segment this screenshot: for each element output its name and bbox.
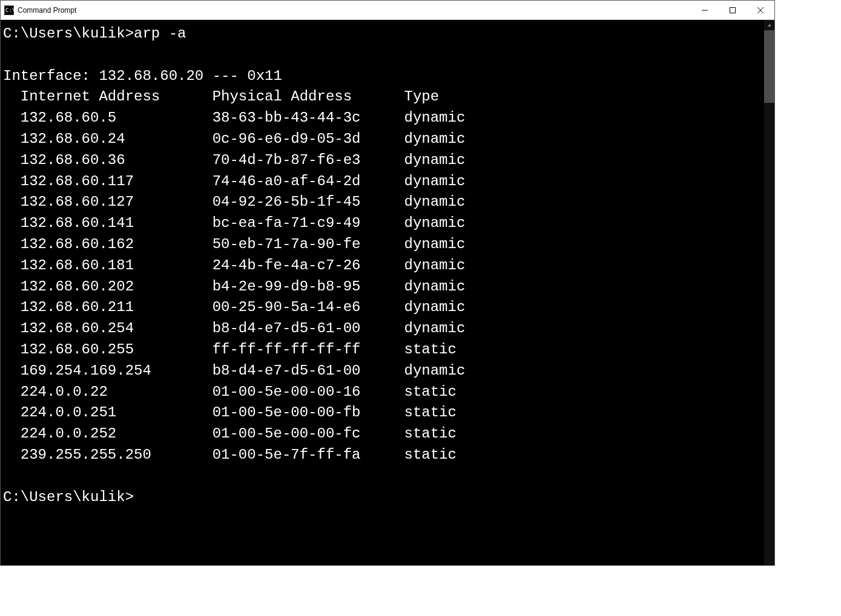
svg-rect-4	[730, 7, 736, 13]
svg-marker-7	[768, 24, 771, 27]
scrollbar[interactable]	[764, 20, 774, 565]
svg-text:C:\: C:\	[5, 7, 14, 13]
terminal-area: C:\Users\kulik>arp -a Interface: 132.68.…	[1, 20, 774, 565]
scroll-up-icon[interactable]	[764, 20, 774, 30]
terminal-output[interactable]: C:\Users\kulik>arp -a Interface: 132.68.…	[1, 20, 764, 565]
app-icon: C:\	[4, 5, 14, 15]
scroll-thumb[interactable]	[764, 30, 774, 103]
command-prompt-window: C:\ Command Prompt C:\Users\kulik>arp -a…	[0, 0, 775, 566]
window-title: Command Prompt	[18, 6, 691, 15]
maximize-button[interactable]	[719, 1, 747, 19]
titlebar[interactable]: C:\ Command Prompt	[1, 1, 774, 20]
close-button[interactable]	[747, 1, 774, 19]
minimize-button[interactable]	[691, 1, 719, 19]
window-controls	[691, 1, 774, 19]
